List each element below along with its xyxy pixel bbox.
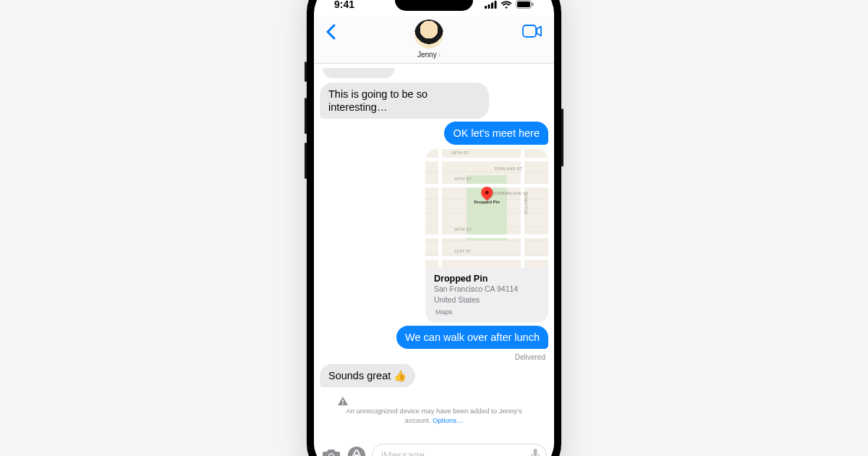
message-row-incoming: Sounds great 👍 [320,364,548,387]
contact-info[interactable]: Jenny › [339,20,519,59]
screen: 9:41 Jenny › [314,0,554,456]
delivery-status: Delivered [320,353,548,361]
street-label: 20TH ST [454,227,472,232]
contact-name-label: Jenny [417,51,437,59]
svg-rect-6 [532,3,534,7]
status-time: 9:41 [334,0,354,10]
street-label: 19TH ST [454,177,472,181]
location-address-line1: San Francisco CA 94114 [434,284,540,295]
conversation-header: Jenny › [314,17,554,64]
contact-avatar [414,20,443,48]
location-address-line2: United States [434,295,540,305]
message-input-placeholder: iMessage [381,449,425,456]
warning-options-link[interactable]: Options… [433,416,463,424]
security-warning: An unrecognized device may have been add… [320,390,548,430]
phone-volume-up [305,98,307,134]
phone-volume-down [305,143,307,179]
map-pin: Dropped Pin [474,187,500,204]
location-source: Maps [435,308,452,316]
svg-rect-7 [523,25,536,37]
street-label: 21ST ST [454,249,472,253]
camera-button[interactable] [321,447,341,456]
iphone-frame: 9:41 Jenny › [307,0,561,456]
dictation-button[interactable] [530,448,540,456]
app-store-button[interactable] [347,446,366,456]
svg-point-9 [342,403,344,405]
warning-triangle-icon [337,396,531,406]
svg-point-12 [348,447,365,456]
wifi-icon [501,1,512,9]
svg-rect-13 [534,449,537,456]
message-bubble[interactable]: OK let's meet here [444,122,548,145]
compose-bar: iMessage [314,441,554,456]
svg-rect-5 [517,1,530,7]
street-label: DORLAND ST [495,166,522,171]
location-title: Dropped Pin [434,274,540,284]
previous-bubble-peek [323,68,395,78]
phone-mute-switch [305,62,307,82]
back-button[interactable] [323,20,339,44]
message-bubble[interactable]: This is going to be so interesting… [320,83,489,119]
phone-side-button [561,109,563,166]
message-bubble[interactable]: Sounds great 👍 [320,364,415,387]
svg-rect-1 [488,4,490,9]
messages-list[interactable]: This is going to be so interesting… OK l… [314,64,554,441]
battery-icon [516,0,534,9]
map-attachment-row: 18TH ST DORLAND ST 19TH ST CUMBERLAND ST… [320,148,548,322]
svg-rect-2 [491,2,493,9]
chevron-right-icon: › [438,51,441,59]
location-meta: Dropped Pin San Francisco CA 94114 Unite… [425,268,548,322]
location-attachment[interactable]: 18TH ST DORLAND ST 19TH ST CUMBERLAND ST… [425,149,548,322]
dynamic-island [395,0,473,11]
svg-rect-3 [495,1,497,9]
message-row-outgoing: We can walk over after lunch [320,326,548,349]
cellular-signal-icon [485,1,497,9]
message-bubble[interactable]: We can walk over after lunch [396,326,548,349]
map-preview: 18TH ST DORLAND ST 19TH ST CUMBERLAND ST… [425,149,548,268]
message-row-incoming: This is going to be so interesting… [320,83,548,119]
pin-icon [479,184,495,200]
message-input[interactable]: iMessage [372,444,547,456]
svg-rect-8 [342,400,344,402]
message-row-outgoing: OK let's meet here [320,122,548,145]
street-label: DOLORES [524,193,528,214]
svg-rect-0 [485,6,487,9]
street-label: 18TH ST [451,151,469,155]
facetime-button[interactable] [519,20,545,43]
